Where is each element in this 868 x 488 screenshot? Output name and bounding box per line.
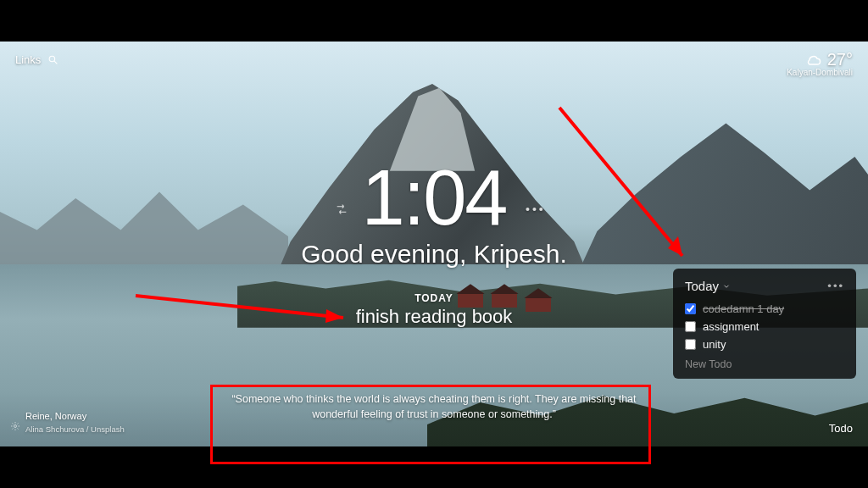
svg-line-1 [54, 61, 57, 64]
svg-point-0 [50, 56, 55, 62]
todo-item[interactable]: assignment [685, 318, 844, 336]
daily-quote[interactable]: “Someone who thinks the world is always … [222, 391, 646, 424]
photo-credit[interactable]: Alina Shchurova / Unsplash [25, 424, 125, 435]
gear-icon[interactable] [10, 421, 20, 435]
cloud-icon [805, 52, 822, 69]
chevron-down-icon [722, 279, 731, 293]
weather-widget[interactable]: 27° Kalyan-Dombivali [787, 50, 853, 77]
new-todo-input[interactable]: New Todo [685, 358, 844, 370]
greeting-text: Good evening, Kripesh. [163, 240, 705, 269]
photo-location[interactable]: Reine, Norway [25, 410, 125, 423]
todo-more-icon[interactable]: ••• [827, 280, 844, 292]
todo-popover: Today ••• codedamn 1 day assignment unit… [673, 269, 856, 379]
more-dots-icon[interactable]: ••• [526, 202, 546, 216]
todo-list-selector[interactable]: Today [685, 279, 731, 293]
focus-today-label: TODAY [163, 292, 705, 304]
todo-checkbox[interactable] [685, 303, 696, 314]
weather-location: Kalyan-Dombivali [787, 68, 853, 77]
todo-checkbox[interactable] [685, 339, 696, 350]
focus-task[interactable]: finish reading book [163, 306, 705, 328]
todo-checkbox[interactable] [685, 321, 696, 332]
clock-time: 1:04 [163, 158, 705, 236]
todo-item[interactable]: unity [685, 336, 844, 353]
svg-point-2 [14, 425, 17, 428]
todo-toggle[interactable]: Todo [829, 422, 853, 435]
todo-popover-title: Today [685, 279, 719, 293]
weather-temp: 27° [827, 50, 853, 69]
todo-item-label: assignment [703, 320, 759, 333]
shuffle-icon[interactable] [335, 202, 348, 219]
todo-item-label: codedamn 1 day [703, 302, 784, 315]
search-icon[interactable] [47, 54, 58, 65]
todo-item-label: unity [703, 338, 726, 351]
links-button[interactable]: Links [15, 53, 41, 66]
todo-item[interactable]: codedamn 1 day [685, 300, 844, 318]
